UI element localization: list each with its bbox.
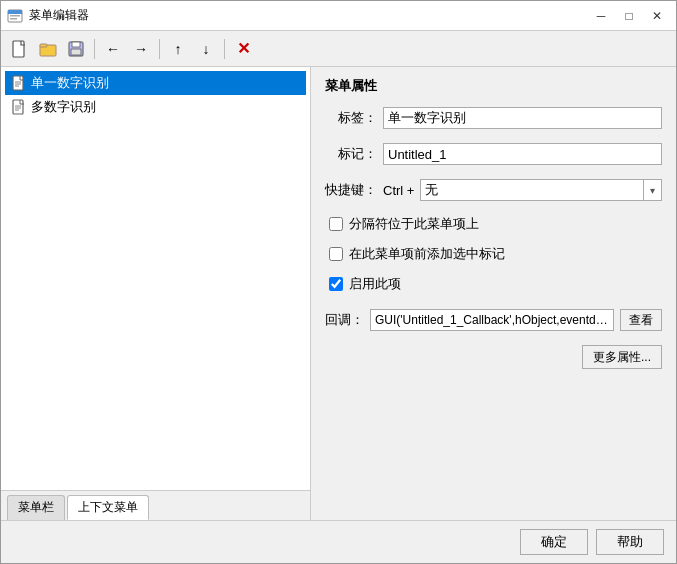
right-panel: 菜单属性 标签： 标记： 快捷键： Ctrl + 无 ▾ 分隔符位于此菜单项上 [311, 67, 676, 520]
checkbox3-label[interactable]: 启用此项 [349, 275, 401, 293]
left-panel: 单一数字识别 多数字识别 菜单栏 [1, 67, 311, 520]
tree-item-2-label: 多数字识别 [31, 98, 96, 116]
toolbar-sep-2 [159, 39, 160, 59]
toolbar-sep-3 [224, 39, 225, 59]
section-title: 菜单属性 [325, 77, 662, 95]
title-bar-buttons: ─ □ ✕ [588, 5, 670, 27]
checkbox1-label[interactable]: 分隔符位于此菜单项上 [349, 215, 479, 233]
more-properties-button[interactable]: 更多属性... [582, 345, 662, 369]
checkbox2-row: 在此菜单项前添加选中标记 [325, 245, 662, 263]
doc-icon-1 [11, 75, 27, 91]
view-button[interactable]: 查看 [620, 309, 662, 331]
tabs-bar: 菜单栏 上下文菜单 [1, 490, 310, 520]
tree-area: 单一数字识别 多数字识别 [1, 67, 310, 490]
close-button[interactable]: ✕ [644, 5, 670, 27]
enable-checkbox[interactable] [329, 277, 343, 291]
svg-rect-1 [8, 10, 22, 14]
shortcut-row: 快捷键： Ctrl + 无 ▾ [325, 179, 662, 201]
svg-rect-10 [13, 76, 23, 90]
tag-text: 标记： [325, 145, 377, 163]
shortcut-dropdown-arrow[interactable]: ▾ [643, 180, 661, 200]
tag-row: 标记： [325, 143, 662, 165]
shortcut-combo[interactable]: 无 ▾ [420, 179, 662, 201]
checkmark-checkbox[interactable] [329, 247, 343, 261]
svg-rect-6 [40, 44, 47, 47]
svg-rect-2 [10, 15, 20, 17]
checkbox2-label[interactable]: 在此菜单项前添加选中标记 [349, 245, 505, 263]
label-input[interactable] [383, 107, 662, 129]
move-up-btn[interactable]: ↑ [165, 36, 191, 62]
label-row: 标签： [325, 107, 662, 129]
content-area: 单一数字识别 多数字识别 菜单栏 [1, 67, 676, 520]
label-text: 标签： [325, 109, 377, 127]
svg-rect-9 [71, 49, 81, 55]
callback-input[interactable] [370, 309, 614, 331]
svg-rect-8 [72, 42, 80, 47]
open-folder-btn[interactable] [35, 36, 61, 62]
callback-row: 回调： 查看 [325, 309, 662, 331]
main-window: 菜单编辑器 ─ □ ✕ ← [0, 0, 677, 564]
delete-btn[interactable]: ✕ [230, 36, 256, 62]
tree-item-1[interactable]: 单一数字识别 [5, 71, 306, 95]
help-button[interactable]: 帮助 [596, 529, 664, 555]
svg-rect-3 [10, 18, 17, 20]
svg-rect-4 [13, 41, 24, 57]
svg-rect-14 [13, 100, 23, 114]
ok-button[interactable]: 确定 [520, 529, 588, 555]
move-left-btn[interactable]: ← [100, 36, 126, 62]
minimize-button[interactable]: ─ [588, 5, 614, 27]
shortcut-value: 无 [421, 181, 643, 199]
maximize-button[interactable]: □ [616, 5, 642, 27]
title-bar-text: 菜单编辑器 [29, 7, 588, 24]
tab-menu[interactable]: 菜单栏 [7, 495, 65, 520]
shortcut-prefix: Ctrl + [383, 183, 414, 198]
save-btn[interactable] [63, 36, 89, 62]
separator-checkbox[interactable] [329, 217, 343, 231]
toolbar: ← → ↑ ↓ ✕ [1, 31, 676, 67]
tree-item-1-label: 单一数字识别 [31, 74, 109, 92]
checkbox3-row: 启用此项 [325, 275, 662, 293]
app-icon [7, 8, 23, 24]
toolbar-sep-1 [94, 39, 95, 59]
tree-item-2[interactable]: 多数字识别 [5, 95, 306, 119]
shortcut-text: 快捷键： [325, 181, 377, 199]
tab-context[interactable]: 上下文菜单 [67, 495, 149, 520]
checkbox1-row: 分隔符位于此菜单项上 [325, 215, 662, 233]
move-down-btn[interactable]: ↓ [193, 36, 219, 62]
move-right-btn[interactable]: → [128, 36, 154, 62]
callback-label: 回调： [325, 311, 364, 329]
title-bar: 菜单编辑器 ─ □ ✕ [1, 1, 676, 31]
bottom-bar: 确定 帮助 [1, 520, 676, 563]
tag-input[interactable] [383, 143, 662, 165]
doc-icon-2 [11, 99, 27, 115]
new-doc-btn[interactable] [7, 36, 33, 62]
